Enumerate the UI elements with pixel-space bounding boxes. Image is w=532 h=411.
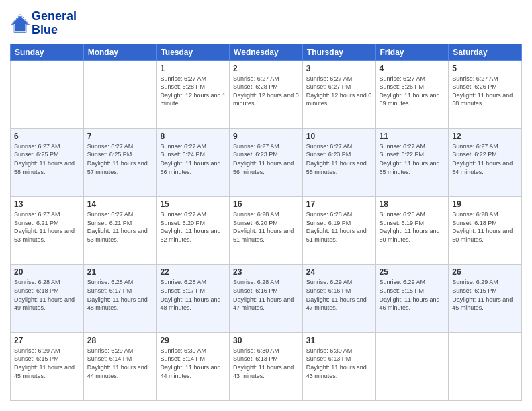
calendar-cell: 17Sunrise: 6:28 AMSunset: 6:19 PMDayligh… bbox=[302, 197, 375, 265]
day-number: 27 bbox=[14, 336, 80, 345]
calendar-cell bbox=[83, 60, 157, 128]
calendar-cell: 27Sunrise: 6:29 AMSunset: 6:15 PMDayligh… bbox=[11, 332, 84, 400]
day-info: Sunrise: 6:30 AMSunset: 6:14 PMDaylight:… bbox=[160, 347, 226, 380]
calendar-cell: 28Sunrise: 6:29 AMSunset: 6:14 PMDayligh… bbox=[83, 332, 157, 400]
day-info: Sunrise: 6:28 AMSunset: 6:18 PMDaylight:… bbox=[14, 278, 80, 312]
calendar-cell: 30Sunrise: 6:30 AMSunset: 6:13 PMDayligh… bbox=[230, 332, 303, 400]
day-info: Sunrise: 6:29 AMSunset: 6:16 PMDaylight:… bbox=[306, 278, 372, 312]
logo: General Blue bbox=[10, 10, 77, 37]
day-number: 12 bbox=[452, 132, 518, 141]
calendar-cell bbox=[375, 332, 449, 400]
day-info: Sunrise: 6:27 AMSunset: 6:21 PMDaylight:… bbox=[87, 210, 153, 244]
day-number: 25 bbox=[380, 267, 445, 277]
day-info: Sunrise: 6:28 AMSunset: 6:17 PMDaylight:… bbox=[160, 278, 226, 312]
day-number: 24 bbox=[306, 267, 372, 277]
day-info: Sunrise: 6:28 AMSunset: 6:19 PMDaylight:… bbox=[380, 210, 445, 244]
calendar-week-row: 20Sunrise: 6:28 AMSunset: 6:18 PMDayligh… bbox=[11, 265, 522, 332]
day-number: 2 bbox=[233, 64, 299, 73]
day-number: 14 bbox=[87, 199, 153, 209]
calendar-cell: 31Sunrise: 6:30 AMSunset: 6:13 PMDayligh… bbox=[302, 332, 375, 400]
day-number: 3 bbox=[306, 64, 372, 73]
calendar-cell: 6Sunrise: 6:27 AMSunset: 6:25 PMDaylight… bbox=[11, 128, 84, 196]
day-info: Sunrise: 6:27 AMSunset: 6:23 PMDaylight:… bbox=[306, 142, 372, 176]
day-info: Sunrise: 6:27 AMSunset: 6:22 PMDaylight:… bbox=[452, 142, 518, 176]
day-number: 17 bbox=[306, 199, 372, 209]
day-info: Sunrise: 6:27 AMSunset: 6:28 PMDaylight:… bbox=[160, 75, 226, 108]
day-number: 11 bbox=[380, 132, 445, 141]
calendar-cell: 25Sunrise: 6:29 AMSunset: 6:15 PMDayligh… bbox=[375, 265, 449, 332]
day-info: Sunrise: 6:29 AMSunset: 6:15 PMDaylight:… bbox=[380, 278, 445, 312]
day-number: 18 bbox=[380, 199, 445, 209]
day-info: Sunrise: 6:29 AMSunset: 6:15 PMDaylight:… bbox=[14, 347, 80, 380]
day-number: 29 bbox=[160, 336, 226, 345]
weekday-header-sunday: Sunday bbox=[11, 44, 84, 60]
day-number: 20 bbox=[14, 267, 80, 277]
day-info: Sunrise: 6:27 AMSunset: 6:26 PMDaylight:… bbox=[452, 75, 518, 108]
day-number: 6 bbox=[14, 132, 80, 141]
page: General Blue SundayMondayTuesdayWednesda… bbox=[0, 0, 532, 411]
day-number: 4 bbox=[380, 64, 445, 73]
weekday-header-tuesday: Tuesday bbox=[157, 44, 230, 60]
day-info: Sunrise: 6:27 AMSunset: 6:28 PMDaylight:… bbox=[233, 75, 299, 108]
day-number: 8 bbox=[160, 132, 226, 141]
day-number: 19 bbox=[452, 199, 518, 209]
calendar-cell bbox=[449, 332, 522, 400]
calendar-week-row: 13Sunrise: 6:27 AMSunset: 6:21 PMDayligh… bbox=[11, 197, 522, 265]
day-number: 28 bbox=[87, 336, 153, 345]
calendar-week-row: 27Sunrise: 6:29 AMSunset: 6:15 PMDayligh… bbox=[11, 332, 522, 400]
calendar-cell: 24Sunrise: 6:29 AMSunset: 6:16 PMDayligh… bbox=[302, 265, 375, 332]
calendar-week-row: 1Sunrise: 6:27 AMSunset: 6:28 PMDaylight… bbox=[11, 60, 522, 128]
day-info: Sunrise: 6:28 AMSunset: 6:20 PMDaylight:… bbox=[233, 210, 299, 244]
day-info: Sunrise: 6:27 AMSunset: 6:25 PMDaylight:… bbox=[14, 142, 80, 176]
day-number: 10 bbox=[306, 132, 372, 141]
calendar-cell: 9Sunrise: 6:27 AMSunset: 6:23 PMDaylight… bbox=[230, 128, 303, 196]
day-info: Sunrise: 6:27 AMSunset: 6:22 PMDaylight:… bbox=[380, 142, 445, 176]
day-info: Sunrise: 6:27 AMSunset: 6:21 PMDaylight:… bbox=[14, 210, 80, 244]
calendar-cell: 18Sunrise: 6:28 AMSunset: 6:19 PMDayligh… bbox=[375, 197, 449, 265]
weekday-header-row: SundayMondayTuesdayWednesdayThursdayFrid… bbox=[11, 44, 522, 60]
calendar-cell bbox=[11, 60, 84, 128]
calendar-cell: 21Sunrise: 6:28 AMSunset: 6:17 PMDayligh… bbox=[83, 265, 157, 332]
weekday-header-wednesday: Wednesday bbox=[230, 44, 303, 60]
calendar-cell: 19Sunrise: 6:28 AMSunset: 6:18 PMDayligh… bbox=[449, 197, 522, 265]
calendar-cell: 12Sunrise: 6:27 AMSunset: 6:22 PMDayligh… bbox=[449, 128, 522, 196]
calendar-cell: 8Sunrise: 6:27 AMSunset: 6:24 PMDaylight… bbox=[157, 128, 230, 196]
day-number: 1 bbox=[160, 64, 226, 73]
calendar-cell: 13Sunrise: 6:27 AMSunset: 6:21 PMDayligh… bbox=[11, 197, 84, 265]
day-number: 5 bbox=[452, 64, 518, 73]
day-number: 21 bbox=[87, 267, 153, 277]
day-number: 13 bbox=[14, 199, 80, 209]
day-info: Sunrise: 6:29 AMSunset: 6:14 PMDaylight:… bbox=[87, 347, 153, 380]
calendar-cell: 23Sunrise: 6:28 AMSunset: 6:16 PMDayligh… bbox=[230, 265, 303, 332]
calendar-table: SundayMondayTuesdayWednesdayThursdayFrid… bbox=[10, 44, 522, 401]
day-number: 22 bbox=[160, 267, 226, 277]
logo-text: General Blue bbox=[32, 10, 77, 37]
calendar-cell: 4Sunrise: 6:27 AMSunset: 6:26 PMDaylight… bbox=[375, 60, 449, 128]
day-info: Sunrise: 6:29 AMSunset: 6:15 PMDaylight:… bbox=[452, 278, 518, 312]
day-info: Sunrise: 6:28 AMSunset: 6:19 PMDaylight:… bbox=[306, 210, 372, 244]
calendar-cell: 14Sunrise: 6:27 AMSunset: 6:21 PMDayligh… bbox=[83, 197, 157, 265]
calendar-cell: 16Sunrise: 6:28 AMSunset: 6:20 PMDayligh… bbox=[230, 197, 303, 265]
day-number: 31 bbox=[306, 336, 372, 345]
calendar-cell: 3Sunrise: 6:27 AMSunset: 6:27 PMDaylight… bbox=[302, 60, 375, 128]
day-info: Sunrise: 6:27 AMSunset: 6:25 PMDaylight:… bbox=[87, 142, 153, 176]
calendar-cell: 22Sunrise: 6:28 AMSunset: 6:17 PMDayligh… bbox=[157, 265, 230, 332]
day-info: Sunrise: 6:27 AMSunset: 6:27 PMDaylight:… bbox=[306, 75, 372, 108]
day-info: Sunrise: 6:30 AMSunset: 6:13 PMDaylight:… bbox=[306, 347, 372, 380]
day-number: 16 bbox=[233, 199, 299, 209]
calendar-cell: 20Sunrise: 6:28 AMSunset: 6:18 PMDayligh… bbox=[11, 265, 84, 332]
day-number: 9 bbox=[233, 132, 299, 141]
weekday-header-thursday: Thursday bbox=[302, 44, 375, 60]
calendar-cell: 1Sunrise: 6:27 AMSunset: 6:28 PMDaylight… bbox=[157, 60, 230, 128]
calendar-cell: 10Sunrise: 6:27 AMSunset: 6:23 PMDayligh… bbox=[302, 128, 375, 196]
day-info: Sunrise: 6:28 AMSunset: 6:18 PMDaylight:… bbox=[452, 210, 518, 244]
weekday-header-monday: Monday bbox=[83, 44, 157, 60]
calendar-cell: 11Sunrise: 6:27 AMSunset: 6:22 PMDayligh… bbox=[375, 128, 449, 196]
day-number: 15 bbox=[160, 199, 226, 209]
day-info: Sunrise: 6:28 AMSunset: 6:16 PMDaylight:… bbox=[233, 278, 299, 312]
day-info: Sunrise: 6:28 AMSunset: 6:17 PMDaylight:… bbox=[87, 278, 153, 312]
weekday-header-friday: Friday bbox=[375, 44, 449, 60]
day-info: Sunrise: 6:30 AMSunset: 6:13 PMDaylight:… bbox=[233, 347, 299, 380]
weekday-header-saturday: Saturday bbox=[449, 44, 522, 60]
day-number: 7 bbox=[87, 132, 153, 141]
